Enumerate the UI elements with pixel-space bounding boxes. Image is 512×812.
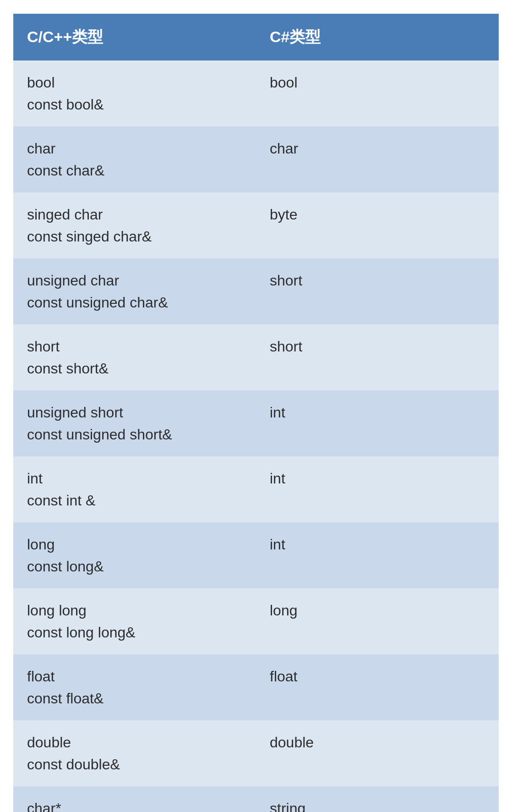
header-cpp: C/C++类型 bbox=[13, 14, 256, 60]
csharp-type-cell: double bbox=[256, 720, 499, 786]
csharp-type-cell: byte bbox=[256, 192, 499, 258]
table-row: singed charconst singed char&byte bbox=[13, 192, 499, 258]
csharp-type-cell: int bbox=[256, 522, 499, 588]
table-row: floatconst float&float bbox=[13, 654, 499, 720]
cpp-type-cell: singed charconst singed char& bbox=[13, 192, 256, 258]
cpp-type-cell: intconst int & bbox=[13, 456, 256, 522]
csharp-type-cell: int bbox=[256, 390, 499, 456]
csharp-type-cell: short bbox=[256, 324, 499, 390]
cpp-type-cell: long longconst long long& bbox=[13, 588, 256, 654]
table-row: longconst long&int bbox=[13, 522, 499, 588]
csharp-type-cell: string bbox=[256, 786, 499, 812]
cpp-type-cell: boolconst bool& bbox=[13, 60, 256, 126]
cpp-type-cell: unsigned shortconst unsigned short& bbox=[13, 390, 256, 456]
cpp-type-cell: longconst long& bbox=[13, 522, 256, 588]
cpp-type-cell: char*char[] bbox=[13, 786, 256, 812]
table-row: shortconst short&short bbox=[13, 324, 499, 390]
header-csharp: C#类型 bbox=[256, 14, 499, 60]
cpp-type-cell: doubleconst double& bbox=[13, 720, 256, 786]
csharp-type-cell: char bbox=[256, 126, 499, 192]
cpp-type-cell: unsigned charconst unsigned char& bbox=[13, 258, 256, 324]
table-row: long longconst long long&long bbox=[13, 588, 499, 654]
table-row: char*char[]string bbox=[13, 786, 499, 812]
table-row: charconst char&char bbox=[13, 126, 499, 192]
csharp-type-cell: short bbox=[256, 258, 499, 324]
cpp-type-cell: floatconst float& bbox=[13, 654, 256, 720]
table-row: unsigned charconst unsigned char&short bbox=[13, 258, 499, 324]
table-row: doubleconst double&double bbox=[13, 720, 499, 786]
csharp-type-cell: long bbox=[256, 588, 499, 654]
csharp-type-cell: bool bbox=[256, 60, 499, 126]
csharp-type-cell: int bbox=[256, 456, 499, 522]
csharp-type-cell: float bbox=[256, 654, 499, 720]
table-row: boolconst bool&bool bbox=[13, 60, 499, 126]
type-mapping-table: C/C++类型 C#类型 boolconst bool&boolcharcons… bbox=[13, 14, 499, 812]
header-csharp-text: C#类型 bbox=[270, 28, 321, 45]
cpp-type-cell: shortconst short& bbox=[13, 324, 256, 390]
table-row: intconst int &int bbox=[13, 456, 499, 522]
header-cpp-text: C/C++类型 bbox=[27, 28, 103, 45]
cpp-type-cell: charconst char& bbox=[13, 126, 256, 192]
table-row: unsigned shortconst unsigned short&int bbox=[13, 390, 499, 456]
